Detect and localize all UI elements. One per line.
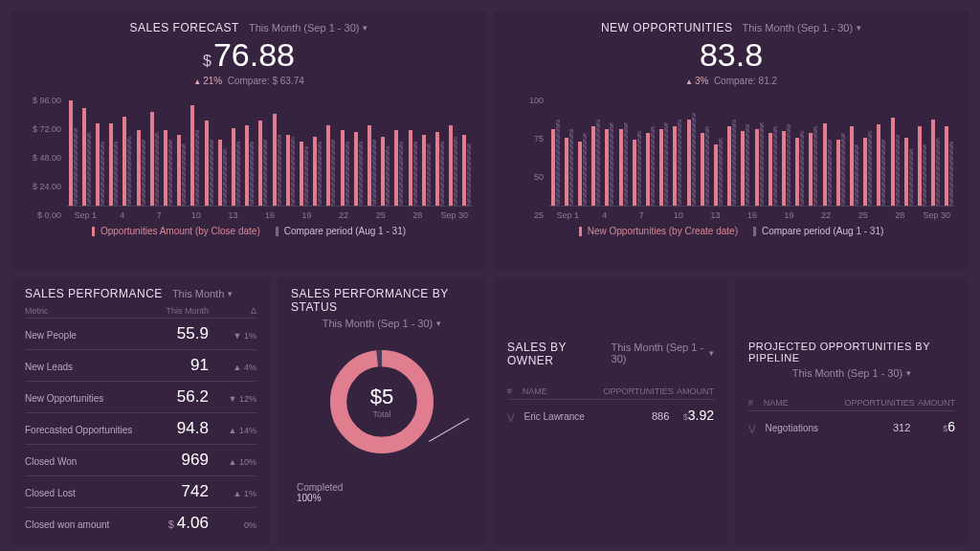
forecast-compare: ▲21% Compare: $ 63.74 (25, 76, 473, 86)
table-row: ⋁ Negotiations 312 $6 (748, 411, 955, 442)
chevron-down-icon: ▾ (906, 368, 911, 378)
donut-chart: $5 Total (324, 344, 439, 459)
legend-primary: Opportunities Amount (by Close date) (92, 226, 260, 236)
table-row: Forecasted Opportunities94.8▲ 14% (25, 412, 256, 444)
panel-title: PROJECTED OPPORTUNITIES BY PIPELINE (748, 341, 955, 364)
legend-compare: Compare period (Aug 1 - 31) (276, 226, 406, 236)
bars (549, 96, 955, 207)
chart-legend: New Opportunities (by Create date) Compa… (507, 226, 955, 236)
legend-compare: Compare period (Aug 1 - 31) (753, 226, 883, 236)
donut-total: $5 (370, 385, 393, 409)
table-row: New Leads91▲ 4% (25, 349, 256, 381)
chart-legend: Opportunities Amount (by Close date) Com… (25, 226, 473, 236)
opps-compare: ▲3% Compare: 81.2 (507, 76, 955, 86)
table-row: New People55.9▼ 1% (25, 318, 256, 349)
period-picker[interactable]: This Month ▾ (172, 288, 233, 299)
period-picker[interactable]: This Month (Sep 1 - 30) ▾ (323, 318, 442, 329)
chevron-down-icon: ▾ (857, 23, 861, 33)
table-header: # NAME OPPORTUNITIES AMOUNT (748, 398, 955, 411)
table-row: Closed Won969▲ 10% (25, 444, 256, 475)
y-axis: 100755025 (507, 96, 549, 220)
chevron-down-icon: ▾ (709, 348, 714, 358)
performance-table: Metric This Month Δ New People55.9▼ 1%Ne… (25, 306, 256, 539)
panel-title: SALES PERFORMANCE (25, 287, 163, 300)
sales-by-status-panel: SALES PERFORMANCE BY STATUS This Month (… (278, 277, 486, 545)
period-picker[interactable]: This Month (Sep 1 - 30) ▾ (612, 342, 714, 364)
legend-primary: New Opportunities (by Create date) (579, 226, 738, 236)
sales-performance-panel: SALES PERFORMANCE This Month ▾ Metric Th… (11, 277, 270, 545)
table-row: ⋁ Eric Lawrance 886 $3.92 (507, 400, 714, 430)
forecast-bar-chart: $ 96.00$ 72.00$ 48.00$ 24.00$ 0.00 Sep 1… (25, 96, 473, 220)
sales-forecast-panel: SALES FORECAST This Month (Sep 1 - 30) ▾… (11, 11, 486, 270)
y-axis: $ 96.00$ 72.00$ 48.00$ 24.00$ 0.00 (25, 96, 67, 220)
new-opportunities-panel: NEW OPPORTUNITIES This Month (Sep 1 - 30… (494, 11, 969, 270)
triangle-up-icon: ▲ (685, 77, 693, 86)
table-header: # NAME OPPORTUNITIES AMOUNT (507, 386, 714, 400)
chevron-down-icon: ▾ (228, 289, 233, 298)
table-row: New Opportunities56.2▼ 12% (25, 381, 256, 412)
period-picker[interactable]: This Month (Sep 1 - 30) ▾ (743, 22, 862, 33)
opps-bar-chart: 100755025 Sep 14710131619222528Sep 30 (507, 96, 955, 220)
table-row: Closed Lost742▲ 1% (25, 475, 256, 507)
panel-title: SALES PERFORMANCE BY STATUS (291, 287, 473, 314)
x-axis: Sep 14710131619222528Sep 30 (67, 210, 473, 220)
projected-opps-panel: PROJECTED OPPORTUNITIES BY PIPELINE This… (735, 277, 969, 545)
table-row: Closed won amount$ 4.060% (25, 507, 256, 539)
sales-by-owner-panel: SALES BY OWNER This Month (Sep 1 - 30) ▾… (494, 277, 727, 545)
donut-legend: Completed 100% (291, 482, 343, 503)
period-picker[interactable]: This Month (Sep 1 - 30) ▾ (792, 367, 912, 379)
period-picker[interactable]: This Month (Sep 1 - 30) ▾ (249, 22, 368, 33)
chevron-down-icon: ▾ (436, 319, 441, 328)
panel-title: SALES FORECAST (130, 21, 239, 34)
forecast-value: $76.88 (25, 36, 473, 74)
chevron-down-icon: ▾ (363, 23, 368, 33)
x-axis: Sep 14710131619222528Sep 30 (549, 210, 955, 220)
panel-title: NEW OPPORTUNITIES (601, 21, 733, 34)
triangle-up-icon: ▲ (193, 77, 201, 86)
panel-title: SALES BY OWNER (507, 341, 602, 367)
bars (67, 96, 473, 207)
opps-value: 83.8 (507, 36, 955, 74)
